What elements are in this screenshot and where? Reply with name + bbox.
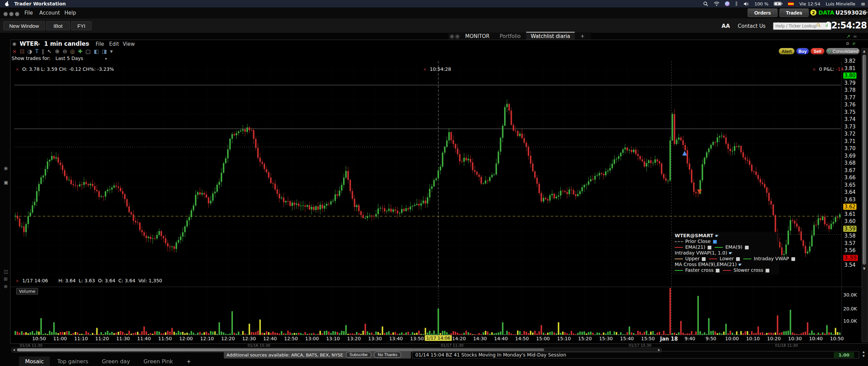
close-icon[interactable]: × bbox=[12, 48, 17, 55]
orders-button[interactable]: Orders bbox=[748, 8, 777, 17]
timeframe-caret-icon[interactable]: ▾ bbox=[87, 42, 90, 46]
legend-checkbox[interactable] bbox=[736, 257, 740, 261]
chart-menu-view[interactable]: View bbox=[123, 41, 135, 47]
region-select-icon[interactable]: ⊡ bbox=[20, 48, 24, 55]
tab-close-icon[interactable]: × bbox=[450, 34, 454, 39]
input-search-icon[interactable] bbox=[816, 23, 821, 27]
workspace-tab-mosaic[interactable]: Mosaic bbox=[19, 357, 50, 366]
siri-icon[interactable] bbox=[725, 1, 730, 6]
workspace-tab-green-day[interactable]: Green day bbox=[96, 357, 136, 366]
app-name[interactable]: Trader Workstation bbox=[14, 1, 66, 6]
target-icon[interactable]: ◎ bbox=[70, 48, 75, 55]
window-zoom-button[interactable] bbox=[15, 11, 19, 18]
no-thanks-button[interactable]: No Thanks bbox=[374, 352, 401, 358]
alert-button[interactable]: Alert bbox=[778, 48, 795, 55]
show-trades-value[interactable]: Last 5 Days bbox=[55, 56, 83, 61]
vscroll-thumb[interactable] bbox=[863, 55, 866, 265]
legend-checkbox[interactable] bbox=[702, 257, 706, 261]
pin-dropdown-icon[interactable]: ▪▾ bbox=[865, 11, 868, 14]
legend-checkbox[interactable] bbox=[791, 257, 795, 261]
more-icon[interactable]: ▾ bbox=[110, 48, 113, 55]
buy-button[interactable]: Buy bbox=[796, 48, 809, 55]
left-rail-panel-icon[interactable]: ⊞ bbox=[4, 276, 8, 282]
workspace-tab-green-pink[interactable]: Green Pink bbox=[137, 357, 179, 366]
crosshair-close-icon[interactable]: × bbox=[423, 67, 427, 72]
legend-checkbox[interactable] bbox=[766, 269, 769, 272]
legend-checkbox[interactable] bbox=[745, 246, 749, 249]
fyi-button[interactable]: FYI bbox=[71, 21, 92, 30]
bars-icon[interactable]: ∥ bbox=[42, 48, 44, 55]
subscribe-button[interactable]: Subscribe bbox=[346, 352, 371, 358]
volume-icon[interactable] bbox=[744, 2, 749, 6]
news-headline[interactable]: 01/14 15:04 BZ 41 Stocks Moving In Monda… bbox=[415, 352, 566, 358]
font-size-button[interactable]: AA bbox=[722, 23, 730, 29]
news-ticker[interactable]: 01/14 15:04 BZ 41 Stocks Moving In Monda… bbox=[412, 351, 859, 359]
trades-button[interactable]: Trades bbox=[780, 8, 809, 17]
window-close-button[interactable] bbox=[3, 11, 8, 18]
menu-account[interactable]: Account bbox=[39, 10, 60, 16]
volume-pane-label[interactable]: Volume bbox=[16, 288, 38, 294]
symbol-caret-icon[interactable]: ▾ bbox=[38, 42, 40, 46]
left-rail-tool-icon[interactable]: ◉ bbox=[4, 165, 8, 171]
window-chart-icon[interactable]: ↗ bbox=[846, 34, 850, 39]
settings-gear-icon[interactable]: ⚙ bbox=[860, 10, 864, 15]
legend-checkbox[interactable] bbox=[716, 269, 719, 272]
chart-symbol[interactable]: WTER bbox=[20, 40, 38, 47]
ibot-button[interactable]: IBot bbox=[46, 21, 70, 30]
ticker-up-icon[interactable]: ▲ bbox=[863, 350, 865, 353]
bluetooth-icon[interactable]: ᛒ bbox=[735, 1, 738, 7]
left-rail-close-icon[interactable]: ⊗ bbox=[4, 284, 8, 289]
workspace-tab-top-gainers[interactable]: Top gainers bbox=[51, 357, 94, 366]
chart-gear-icon[interactable]: ⚙ bbox=[846, 41, 850, 46]
pane-left-icon[interactable]: ◧ bbox=[94, 48, 99, 55]
scroll-left-icon[interactable]: ◀ bbox=[13, 348, 15, 351]
scroll-up-icon[interactable]: ▲ bbox=[863, 49, 866, 53]
legend-checkbox[interactable] bbox=[708, 246, 711, 249]
zoom-in-icon[interactable]: ⊕ bbox=[55, 48, 59, 55]
workspace-tab-add[interactable]: + bbox=[180, 357, 197, 366]
text-annotation-icon[interactable]: T bbox=[35, 48, 39, 55]
square-icon[interactable]: ▢ bbox=[85, 48, 91, 55]
tab-watchlist-diaria[interactable]: Watchlist diaria bbox=[526, 32, 575, 40]
scroll-down-icon[interactable]: ▼ bbox=[863, 267, 866, 270]
info-close-icon[interactable]: × bbox=[16, 279, 19, 283]
tab-monitor[interactable]: MONITOR bbox=[460, 33, 494, 40]
tab-portfolio[interactable]: Portfolio bbox=[495, 33, 526, 40]
keyboard-flag-icon[interactable] bbox=[788, 2, 794, 6]
chart-window-menu-icon[interactable]: ◉ bbox=[12, 41, 16, 46]
pane-right-icon[interactable]: ◨ bbox=[102, 48, 107, 55]
chart-menu-file[interactable]: File bbox=[96, 41, 104, 47]
pnl-close-icon[interactable]: × bbox=[812, 67, 816, 72]
consolidated-button[interactable]: ↻ Consolidated bbox=[826, 48, 860, 55]
apple-menu-icon[interactable] bbox=[5, 1, 9, 6]
chart-vscrollbar[interactable]: ▲ ▼ bbox=[862, 48, 868, 342]
window-minimize-button[interactable] bbox=[9, 11, 14, 18]
show-trades-caret-icon[interactable]: ▾ bbox=[105, 57, 107, 61]
zoom-out-icon[interactable]: ⊖ bbox=[62, 48, 67, 55]
menubar-user[interactable]: Luis Minvielle bbox=[826, 1, 855, 6]
pane-divider[interactable] bbox=[11, 287, 868, 287]
spotlight-search-icon[interactable] bbox=[703, 1, 708, 6]
chart-menu-edit[interactable]: Edit bbox=[109, 41, 119, 47]
window-link-icon[interactable]: ∞ bbox=[853, 34, 857, 39]
menu-help[interactable]: Help bbox=[64, 10, 76, 16]
contact-us-link[interactable]: Contact Us bbox=[738, 23, 766, 29]
volume-chart-canvas[interactable] bbox=[14, 287, 841, 335]
menubar-clock[interactable]: Vie 12:54 bbox=[799, 1, 820, 6]
chart-timeframe[interactable]: 1 min candles bbox=[44, 40, 89, 47]
tab-new-plus[interactable]: + bbox=[575, 33, 589, 40]
legend-title[interactable]: WTER@SMART ☛ bbox=[675, 233, 776, 239]
draw-circle-icon[interactable]: ◑ bbox=[27, 48, 32, 55]
ticker-lookup-input[interactable] bbox=[773, 22, 831, 30]
legend-study-header[interactable]: MA Cross EMA(9),EMA(21) ☛ bbox=[675, 262, 776, 267]
left-rail-notes-icon[interactable]: ▣ bbox=[4, 180, 8, 185]
tab-add-icon[interactable]: + bbox=[455, 34, 460, 39]
ticker-down-icon[interactable]: ▼ bbox=[863, 354, 865, 358]
legend-study-header[interactable]: Intraday VWAP(1, 1.0) ☛ bbox=[675, 250, 776, 256]
legend-checkbox[interactable]: ✓ bbox=[713, 240, 717, 244]
menu-file[interactable]: File bbox=[24, 10, 33, 16]
cursor-icon[interactable]: ↖ bbox=[47, 48, 52, 55]
remove-study-icon[interactable]: × bbox=[16, 67, 19, 72]
brush-icon[interactable]: ✚ bbox=[78, 48, 82, 55]
left-rail-camera-icon[interactable]: ◫ bbox=[4, 269, 8, 274]
